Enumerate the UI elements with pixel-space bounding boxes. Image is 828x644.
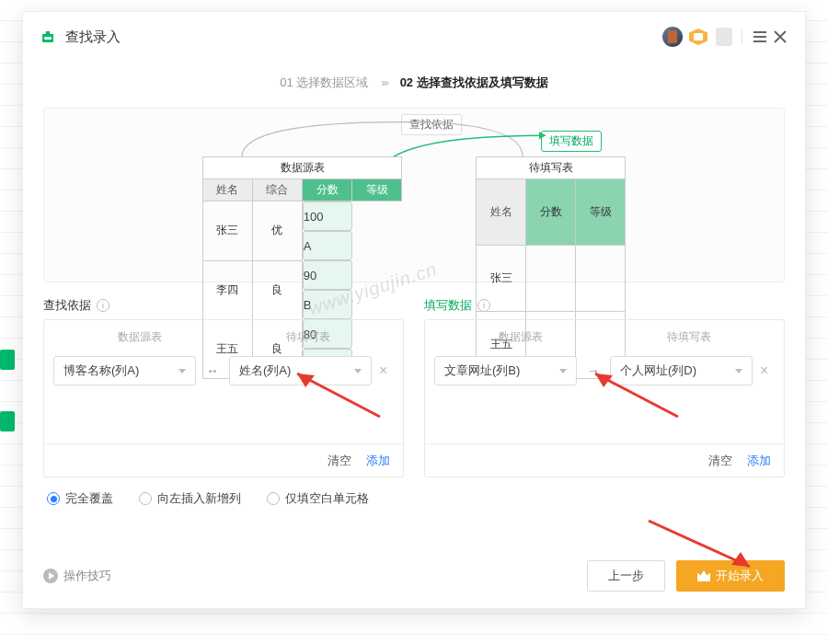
start-entry-button[interactable]: 开始录入 xyxy=(676,560,785,592)
step-1-label: 01 选择数据区域 xyxy=(280,75,368,89)
chevron-down-icon xyxy=(178,369,186,374)
lookup-source-select[interactable]: 博客名称(列A) xyxy=(53,356,196,385)
fill-add-button[interactable]: 添加 xyxy=(747,453,771,469)
shield-icon[interactable] xyxy=(714,27,734,47)
fill-source-select[interactable]: 文章网址(列B) xyxy=(434,356,577,385)
write-mode-radios: 完全覆盖 向左插入新增列 仅填空白单元格 xyxy=(23,477,805,507)
lookup-add-button[interactable]: 添加 xyxy=(366,453,390,469)
user-avatar[interactable] xyxy=(662,27,683,47)
dialog-title: 查找录入 xyxy=(65,29,121,46)
app-icon xyxy=(38,27,58,47)
fill-col-source: 数据源表 xyxy=(436,329,604,345)
fill-clear-button[interactable]: 清空 xyxy=(708,453,732,469)
lookup-col-target: 待填写表 xyxy=(224,329,392,345)
lookup-clear-button[interactable]: 清空 xyxy=(328,453,351,469)
fill-target-select[interactable]: 个人网址(列D) xyxy=(610,356,753,385)
step-indicator: 01 选择数据区域 ››› 02 选择查找依据及填写数据 xyxy=(23,62,805,108)
divider xyxy=(742,29,742,44)
dialog-header: 查找录入 xyxy=(23,12,805,62)
radio-dot-icon xyxy=(47,492,60,505)
menu-icon[interactable] xyxy=(750,27,770,47)
step-2-label: 02 选择查找依据及填写数据 xyxy=(400,75,548,89)
fill-col-target: 待填写表 xyxy=(604,329,773,345)
fill-badge: 填写数据 xyxy=(541,131,602,152)
sheet-selection-marker xyxy=(0,411,15,431)
arrow-right-icon: → xyxy=(584,363,603,378)
chevron-down-icon xyxy=(559,369,567,374)
step-separator: ››› xyxy=(381,75,387,89)
dialog-footer: 操作技巧 上一步 开始录入 xyxy=(23,544,805,608)
lookup-criteria-section: 查找依据 i 数据源表 待填写表 博客名称(列A) ↔ 姓名(列A) × xyxy=(43,297,404,477)
svg-rect-2 xyxy=(44,37,52,40)
lookup-badge: 查找依据 xyxy=(401,114,462,135)
radio-fill-blank-only[interactable]: 仅填空白单元格 xyxy=(267,490,369,507)
chevron-down-icon xyxy=(354,369,362,374)
premium-badge-icon[interactable] xyxy=(688,27,708,47)
link-icon: ↔ xyxy=(203,363,222,378)
radio-insert-left[interactable]: 向左插入新增列 xyxy=(139,490,241,507)
lookup-target-select[interactable]: 姓名(列A) xyxy=(229,356,372,385)
remove-row-icon[interactable]: × xyxy=(379,362,394,379)
lookup-col-source: 数据源表 xyxy=(55,329,224,345)
radio-dot-icon xyxy=(139,492,152,505)
lookup-entry-dialog: 查找录入 01 选择数据区域 ››› 02 选择查找依据及填写数据 查找依据 填… xyxy=(22,11,806,609)
radio-dot-icon xyxy=(267,492,280,505)
close-icon[interactable] xyxy=(770,27,790,47)
crown-icon xyxy=(697,570,710,581)
radio-full-overwrite[interactable]: 完全覆盖 xyxy=(47,490,113,507)
sheet-selection-marker xyxy=(0,350,15,370)
illustration-panel: 查找依据 填写数据 数据源表 姓名 综合 分数 等级 张三优100A 李四良90… xyxy=(43,108,785,282)
prev-step-button[interactable]: 上一步 xyxy=(587,560,665,592)
radio-label: 向左插入新增列 xyxy=(157,490,241,507)
fill-data-section: 填写数据 i 数据源表 待填写表 文章网址(列B) → 个人网址(列D) × xyxy=(424,297,785,477)
chevron-down-icon xyxy=(735,369,742,374)
play-icon xyxy=(43,569,58,583)
radio-label: 完全覆盖 xyxy=(65,490,113,507)
radio-label: 仅填空白单元格 xyxy=(285,490,369,507)
remove-row-icon[interactable]: × xyxy=(760,362,775,379)
svg-rect-1 xyxy=(46,31,51,35)
tips-link[interactable]: 操作技巧 xyxy=(43,568,111,584)
tips-label: 操作技巧 xyxy=(63,568,111,584)
